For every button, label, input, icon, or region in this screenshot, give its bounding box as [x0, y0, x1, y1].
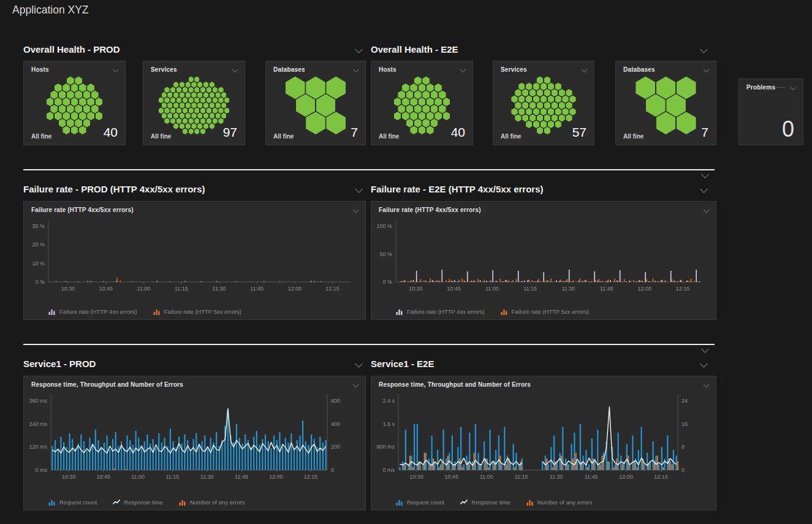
chevron-down-icon[interactable] [353, 207, 359, 213]
hexagon[interactable] [541, 108, 547, 115]
hexagon[interactable] [511, 96, 517, 103]
hexagon[interactable] [194, 77, 199, 83]
hexagon[interactable] [555, 83, 561, 90]
hexagon[interactable] [173, 92, 178, 98]
problems-tile[interactable]: Problems 0 [738, 78, 803, 145]
hexagon[interactable] [55, 83, 62, 92]
chevron-down-icon[interactable] [353, 382, 359, 388]
hexagon[interactable] [194, 108, 199, 114]
hexagon[interactable] [552, 115, 558, 122]
legend-item[interactable]: Number of any errors [526, 499, 593, 506]
hexagon[interactable] [186, 102, 191, 108]
hexagon[interactable] [316, 94, 336, 117]
hexagon[interactable] [566, 89, 572, 96]
legend-item[interactable]: Response time [460, 499, 510, 506]
hexagon[interactable] [159, 97, 164, 104]
hexagon[interactable] [566, 102, 572, 109]
hexagon[interactable] [210, 102, 214, 108]
service1-prod-tile[interactable]: Response time, Throughput and Number of … [23, 376, 366, 511]
hexagon[interactable] [398, 91, 405, 99]
hexagon[interactable] [203, 92, 208, 98]
hexagon[interactable] [200, 118, 205, 124]
hexagon[interactable] [394, 112, 401, 120]
hexagon[interactable] [296, 94, 316, 117]
hexagon[interactable] [515, 115, 521, 122]
health-tile-services-prod[interactable]: Services All fine 97 [143, 61, 245, 145]
hexagon[interactable] [414, 91, 422, 99]
hexagon[interactable] [203, 113, 208, 119]
hexagon[interactable] [410, 112, 417, 120]
legend-item[interactable]: Failure rate (HTTP 4xx errors) [396, 308, 485, 315]
hexagon[interactable] [91, 105, 99, 113]
hexagon[interactable] [562, 96, 568, 103]
hexagon[interactable] [656, 77, 676, 99]
hexagon[interactable] [180, 113, 184, 119]
service1-e2e-tile[interactable]: Response time, Throughput and Number of … [371, 376, 716, 511]
hexagon[interactable] [434, 83, 442, 92]
hexagon[interactable] [67, 77, 74, 85]
hexagon[interactable] [210, 82, 214, 88]
legend-item[interactable]: Number of any errors [179, 499, 245, 506]
hexagon[interactable] [541, 96, 547, 103]
hexagon[interactable] [443, 112, 450, 120]
hexagon[interactable] [636, 77, 655, 99]
hexagon[interactable] [544, 102, 550, 109]
hexagon[interactable] [189, 87, 194, 93]
hexagon[interactable] [173, 102, 178, 108]
chevron-down-icon[interactable] [700, 185, 708, 193]
hexagon[interactable] [646, 94, 666, 117]
legend-item[interactable]: Request count [48, 499, 97, 506]
hexagon[interactable] [518, 83, 525, 90]
hexagon[interactable] [71, 97, 78, 106]
hexagon[interactable] [422, 105, 430, 113]
hexagon[interactable] [406, 105, 414, 113]
hexagon[interactable] [529, 102, 536, 109]
hexagon[interactable] [522, 89, 528, 96]
hexagon[interactable] [183, 97, 188, 104]
hexagon[interactable] [526, 83, 532, 90]
hexagon[interactable] [537, 115, 543, 122]
chevron-down-icon[interactable] [582, 67, 588, 73]
hexagon[interactable] [170, 118, 175, 124]
hexagon[interactable] [286, 77, 305, 99]
hexagon[interactable] [186, 92, 191, 98]
failure-rate-prod-tile[interactable]: Failure rate (HTTP 4xx/5xx errors) 0 %10… [23, 201, 366, 320]
hexagon[interactable] [216, 113, 221, 119]
hexagon[interactable] [167, 102, 172, 108]
hexagon[interactable] [559, 102, 565, 109]
hexagon[interactable] [533, 96, 539, 103]
hexagon[interactable] [162, 92, 167, 98]
chevron-down-icon[interactable] [704, 207, 710, 213]
hexagon[interactable] [548, 96, 554, 103]
hexagon[interactable] [71, 83, 78, 92]
hexagon[interactable] [194, 97, 199, 104]
hexagon[interactable] [439, 91, 446, 99]
hexagon[interactable] [515, 89, 521, 96]
hexagon[interactable] [189, 97, 194, 104]
hexagon[interactable] [210, 92, 214, 98]
hexagon[interactable] [176, 87, 181, 93]
hexagon[interactable] [176, 118, 181, 124]
hexagon[interactable] [189, 108, 194, 114]
hexagon[interactable] [213, 97, 218, 104]
hexagon[interactable] [552, 89, 558, 96]
hexagon[interactable] [47, 97, 54, 106]
hexagon[interactable] [306, 77, 325, 99]
hexagon[interactable] [167, 92, 172, 98]
chevron-down-icon[interactable] [700, 45, 708, 53]
hexagon[interactable] [63, 83, 70, 92]
hexagon[interactable] [544, 77, 550, 84]
hexagon[interactable] [529, 89, 536, 96]
hexagon[interactable] [191, 113, 196, 119]
hexagon[interactable] [96, 97, 103, 106]
health-tile-hosts-prod[interactable]: Hosts All fine 40 [23, 61, 126, 145]
legend-item[interactable]: Failure rate (HTTP 5xx errors) [501, 308, 590, 315]
hexagon[interactable] [207, 118, 211, 124]
service1-e2e-chart[interactable]: 0 ms800 ms1.6 s2.4 s08162410:3010:4511:0… [371, 390, 716, 487]
hexagon[interactable] [569, 108, 575, 115]
hexagon[interactable] [75, 77, 82, 85]
chevron-down-icon[interactable] [355, 45, 363, 53]
hexagon[interactable] [213, 87, 218, 93]
hexagon[interactable] [83, 91, 91, 99]
hexagon[interactable] [167, 113, 172, 119]
